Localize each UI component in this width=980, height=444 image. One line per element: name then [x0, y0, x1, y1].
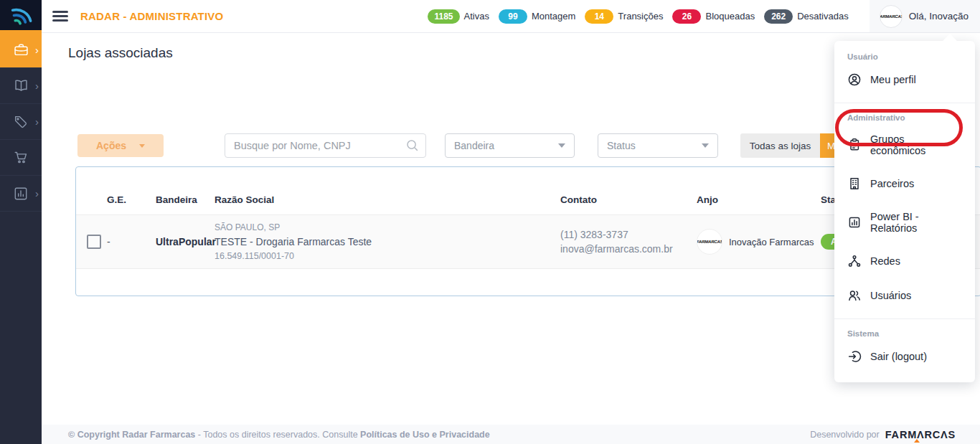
badge-count-bloqueadas: 26: [672, 9, 701, 24]
tag-icon: [13, 114, 29, 130]
sidebar-item-relatorios[interactable]: ›: [0, 176, 42, 212]
chevron-right-icon: ›: [35, 115, 39, 126]
building-icon: [847, 176, 862, 191]
col-razao-social: Razão Social: [210, 194, 549, 205]
logo-caret-icon: [914, 439, 920, 443]
user-greeting: Olá, Inovação: [909, 11, 969, 22]
row-anjo-name: Inovação Farmarcas: [729, 237, 814, 247]
sidebar-item-lojas[interactable]: ›: [0, 32, 42, 68]
hamburger-menu-icon[interactable]: [52, 9, 68, 24]
menu-section-administrativo: Administrativo Grupos econômicos Parceir…: [834, 103, 975, 314]
user-circle-icon: [847, 72, 862, 87]
status-select[interactable]: Status: [598, 133, 718, 158]
bandeira-select[interactable]: Bandeira: [445, 133, 575, 158]
badge-label-bloqueadas: Bloqueadas: [705, 11, 755, 22]
badge-count-transicoes: 14: [585, 9, 613, 24]
copyright-text: © Copyright Radar Farmarcas - Todos os d…: [68, 430, 490, 440]
search-input[interactable]: [225, 133, 426, 158]
search-field-wrap: [225, 133, 426, 158]
badge-count-ativas: 1185: [428, 9, 459, 24]
menu-item-parceiros[interactable]: Parceiros: [834, 166, 975, 201]
footer: © Copyright Radar Farmarcas - Todos os d…: [42, 425, 980, 444]
badge-label-ativas: Ativas: [464, 11, 489, 22]
chevron-down-icon: [139, 144, 145, 148]
badge-count-desativadas: 262: [764, 9, 793, 24]
app-title: RADAR - ADMINISTRATIVO: [80, 10, 223, 22]
menu-section-usuario: Usuário Meu perfil: [834, 47, 975, 98]
col-anjo: Anjo: [685, 194, 811, 205]
sidebar-item-catalogo[interactable]: ›: [0, 68, 42, 104]
bar-chart-icon: [13, 186, 29, 202]
chevron-right-icon: ›: [35, 187, 39, 198]
logout-icon: [847, 349, 862, 364]
row-checkbox[interactable]: [87, 235, 101, 249]
menu-item-meu-perfil[interactable]: Meu perfil: [834, 62, 975, 97]
clipboard-icon: [847, 138, 862, 152]
wave-logo-icon: [7, 3, 34, 28]
sidebar-item-compras[interactable]: [0, 140, 42, 176]
menu-item-power-bi[interactable]: Power BI - Relatórios: [834, 201, 975, 244]
col-bandeira: Bandeira: [151, 194, 210, 205]
sidebar-item-tags[interactable]: ›: [0, 104, 42, 140]
menu-item-usuarios[interactable]: Usuários: [834, 278, 975, 313]
row-cnpj: 16.549.115/0001-70: [215, 251, 549, 261]
developed-by: Desenvolvido por FARMΛRCΛS: [810, 428, 956, 441]
actions-button[interactable]: Ações: [77, 134, 164, 157]
user-avatar: FARMARCAS: [880, 5, 903, 28]
row-ge: -: [107, 236, 110, 247]
sidebar: › › › ›: [0, 0, 42, 444]
search-icon: [405, 138, 420, 153]
chevron-right-icon: ›: [35, 44, 39, 55]
page-title: Lojas associadas: [68, 45, 173, 61]
cart-icon: [13, 149, 29, 166]
chevron-right-icon: ›: [35, 80, 39, 90]
badge-count-montagem: 99: [499, 9, 527, 24]
row-bandeira: UltraPopular: [156, 236, 216, 247]
badge-label-montagem: Montagem: [532, 11, 575, 22]
top-header: RADAR - ADMINISTRATIVO 1185 Ativas 99 Mo…: [42, 0, 980, 33]
chevron-down-icon: [702, 143, 709, 148]
badge-label-desativadas: Desativadas: [797, 11, 849, 22]
col-contato: Contato: [549, 194, 685, 205]
briefcase-icon: [13, 42, 29, 58]
store-status-badges: 1185 Ativas 99 Montagem 14 Transições 26…: [428, 9, 857, 24]
bar-chart-icon: [847, 215, 862, 230]
row-company-name: TESTE - Drogaria Farmarcas Teste: [215, 236, 549, 247]
user-menu-trigger[interactable]: FARMARCAS Olá, Inovação: [870, 0, 980, 32]
row-phone: (11) 3283-3737: [560, 227, 685, 242]
row-email: inova@farmarcas.com.br: [560, 242, 685, 256]
chevron-down-icon: [558, 143, 565, 148]
users-icon: [847, 288, 862, 303]
anjo-avatar: FARMARCAS: [697, 229, 722, 255]
badge-label-transicoes: Transições: [618, 11, 663, 22]
policy-link[interactable]: Políticas de Uso e Privacidade: [360, 430, 490, 440]
menu-section-sistema: Sistema Sair (logout): [834, 318, 975, 375]
network-icon: [847, 254, 862, 268]
menu-item-grupos-economicos[interactable]: Grupos econômicos: [834, 123, 975, 166]
user-dropdown-menu: Usuário Meu perfil Administrativo Grupos…: [834, 41, 975, 382]
app-logo[interactable]: [0, 0, 42, 32]
col-ge: G.E.: [101, 194, 151, 205]
book-icon: [13, 77, 29, 94]
menu-item-sair-logout[interactable]: Sair (logout): [834, 339, 975, 374]
farmarcas-logo: FARMΛRCΛS: [885, 428, 956, 441]
toggle-all-stores[interactable]: Todas as lojas: [740, 133, 820, 158]
row-city: SÃO PAULO, SP: [215, 222, 549, 232]
menu-item-redes[interactable]: Redes: [834, 244, 975, 278]
